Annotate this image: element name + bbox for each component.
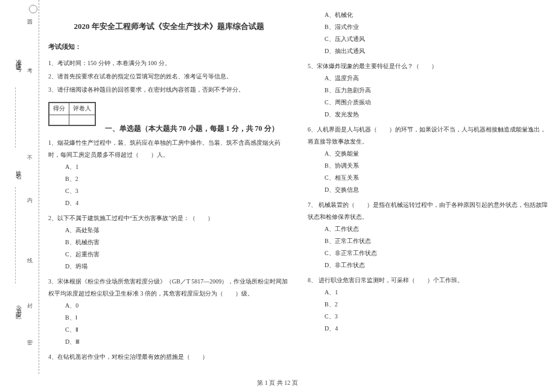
binding-margin: 圆 考 不 内 线 封 密 准考证号 姓名 省（市区） [21,0,39,374]
question-option: C、3 [48,185,290,197]
question-stem: 7、 机械装置的（ ）是指在机械运转过程中，由于各种原因引起的意外状态，包括故障… [308,199,549,223]
question-stem: 1、烟花爆竹生产过程中，装、筑药应在单独的工房中操作。当装、筑不含高感度烟火药时… [48,137,290,161]
notice-item: 2、请首先按要求在试卷的指定位置填写您的姓名、准考证号等信息。 [48,71,290,83]
left-column: 2020 年安全工程师考试《安全生产技术》题库综合试题 考试须知： 1、考试时间… [48,0,290,374]
binding-dashline [15,187,16,283]
binding-marker: 不 [26,151,34,157]
binding-marker: 密 [26,335,34,341]
grader-blank [69,115,95,125]
page: 圆 考 不 内 线 封 密 准考证号 姓名 省（市区） 2020 年安全工程师考… [0,0,555,392]
question-option: C、起重伤害 [48,248,290,261]
binding-marker: 线 [26,253,34,259]
question-option: B、2 [308,299,549,311]
grader-label: 评卷人 [69,103,95,115]
question-option: B、压力急剧升高 [308,84,549,96]
question-option: C、周围介质振动 [308,96,549,109]
binding-label-admit: 准考证号 [14,54,22,64]
question-option: D、4 [308,323,549,335]
question-option: B、协调关系 [308,160,549,172]
question-option: A、1 [48,161,290,173]
question-option: B、Ⅰ [48,312,290,324]
score-blank [49,115,69,125]
question-option: A、0 [48,300,290,312]
question-option: B、湿式作业 [308,21,549,33]
question-stem: 3、宋体根据《粉尘作业场所危害程度分级》（GB／T 5817—2009），作业场… [48,276,290,300]
score-label: 得分 [49,103,69,115]
question-option: A、1 [308,286,549,299]
page-footer: 第 1 页 共 12 页 [0,379,555,387]
question-stem: 5、宋体爆炸现象的最主要特征是什么？（ ） [308,60,549,72]
notice-heading: 考试须知： [48,43,290,51]
question-option: D、抽出式通风 [308,45,549,57]
top-circle [29,5,37,13]
content-area: 2020 年安全工程师考试《安全生产技术》题库综合试题 考试须知： 1、考试时间… [48,0,549,374]
question-option: C、Ⅱ [48,324,290,336]
question-option: C、压入式通风 [308,33,549,45]
question-option: A、工作状态 [308,223,549,235]
notice-item: 3、请仔细阅读各种题目的回答要求，在密封线内容答题，否则不予评分。 [48,84,290,96]
score-box: 得分 评卷人 [48,102,96,126]
question-option: D、4 [48,197,290,209]
binding-dashline [15,87,16,148]
question-option: A、机械化 [308,9,549,21]
question-option: C、非正常工作状态 [308,247,549,259]
question-stem: 6、人机界面是人与机器（ ）的环节，如果设计不当，人与机器相接触造成能量逸出，将… [308,124,549,148]
question-option: B、2 [48,173,290,185]
score-section-row: 得分 评卷人 一、单选题（本大题共 70 小题，每题 1 分，共 70 分） [48,97,290,134]
question-option: D、非工作状态 [308,259,549,271]
question-option: B、机械伤害 [48,236,290,248]
question-option: A、温度升高 [308,72,549,84]
question-option: D、坍塌 [48,261,290,273]
binding-marker: 考 [26,63,34,69]
right-column: A、机械化 B、湿式作业 C、压入式通风 D、抽出式通风 5、宋体爆炸现象的最主… [308,0,549,374]
section-title: 一、单选题（本大题共 70 小题，每题 1 分，共 70 分） [105,124,279,133]
question-option: A、交换能量 [308,148,549,160]
binding-label-name: 姓名 [14,166,22,171]
question-stem: 2、以下不属于建筑施工过程中“五大伤害事故”的是：（ ） [48,212,290,224]
binding-circle-label: 圆 [26,15,34,21]
binding-marker: 封 [26,299,34,305]
question-stem: 4、在钻机凿岩作业中，对粉尘治理最有效的措施是（ ） [48,351,290,363]
question-option: D、交换信息 [308,184,549,196]
binding-label-province: 省（市区） [14,302,22,314]
question-option: C、相互关系 [308,172,549,184]
question-option: A、高处坠落 [48,224,290,236]
binding-marker: 内 [26,193,34,199]
exam-title: 2020 年安全工程师考试《安全生产技术》题库综合试题 [48,21,290,32]
question-option: D、发光发热 [308,109,549,121]
question-option: C、3 [308,311,549,323]
question-option: D、Ⅲ [48,336,290,348]
notice-item: 1、考试时间：150 分钟，本卷满分为 100 分。 [48,57,290,69]
question-option: B、正常工作状态 [308,235,549,247]
question-stem: 8、 进行职业危害日常监测时，可采样（ ）个工作班。 [308,274,549,286]
